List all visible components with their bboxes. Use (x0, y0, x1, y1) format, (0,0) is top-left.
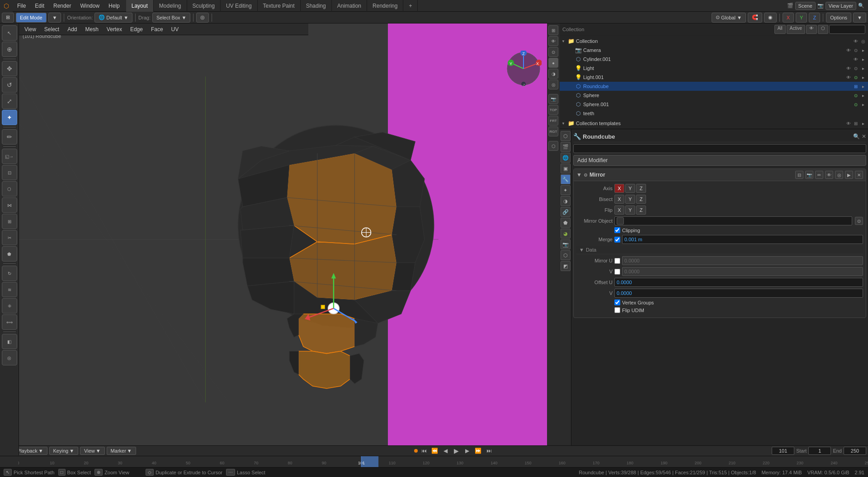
spin-tool-btn[interactable]: ↻ (2, 266, 17, 281)
rotate-tool-btn[interactable]: ↺ (2, 77, 17, 93)
viewport-shading-material[interactable]: ◑ (548, 69, 558, 79)
scene-selector[interactable]: Scene (795, 2, 816, 10)
menu-render[interactable]: Render (49, 0, 75, 12)
modifier-apply-icon[interactable]: ▶ (845, 171, 853, 179)
end-frame-input[interactable]: 250 (844, 447, 866, 455)
workspace-add[interactable]: + (403, 0, 418, 12)
workspace-modeling[interactable]: Modeling (154, 0, 187, 12)
right-view-btn[interactable]: RGT (548, 126, 558, 136)
3d-viewport[interactable]: User Perspective (101) Roundcube ⊞ 👁 ⊙ ●… (19, 23, 560, 455)
tree-item-templatefront[interactable]: ▼ 📄 templatefront (560, 128, 868, 129)
timeline-ruler[interactable]: 0 10 20 30 40 50 60 70 80 90 101 110 120… (0, 456, 868, 467)
front-view-btn[interactable]: FRT (548, 116, 558, 126)
flip-x-btn[interactable]: X (614, 206, 624, 215)
workspace-uv-editing[interactable]: UV Editing (221, 0, 258, 12)
proportional-editing-btn[interactable]: ◎ (196, 13, 209, 23)
constraints-tab[interactable]: 🔗 (561, 207, 571, 217)
cursor-tool-btn[interactable]: ⊕ (2, 42, 17, 57)
step-back-btn[interactable]: ◀ (441, 446, 450, 455)
tree-item-light001[interactable]: 💡 Light.001 👁 ⊙ ▸ (560, 73, 868, 82)
step-forward-btn[interactable]: ▶ (463, 446, 472, 455)
modifier-filter-icon[interactable]: ⊟ (795, 171, 803, 179)
camera-eye-btn[interactable]: 👁 (845, 48, 852, 53)
menu-edit[interactable]: Edit (30, 0, 49, 12)
tree-item-collection[interactable]: ▼ 📁 Collection 👁 ◎ (560, 37, 868, 46)
modifier-close-icon[interactable]: ✕ (855, 171, 863, 179)
bisect-x-btn[interactable]: X (614, 195, 624, 204)
physics-tab[interactable]: ◑ (561, 196, 571, 206)
xyz-toggle-y[interactable]: Y (796, 13, 807, 23)
menu-file[interactable]: File (13, 0, 30, 12)
light-render-btn[interactable]: ⊙ (853, 66, 859, 71)
templates-extra-btn[interactable]: ▸ (860, 121, 866, 126)
viewport-display-btn[interactable]: ⊞ (548, 25, 558, 35)
render-tab[interactable]: 📷 (561, 239, 571, 249)
modifier-edit-icon[interactable]: ✏ (815, 171, 823, 179)
scale-tool-btn[interactable]: ⤢ (2, 94, 17, 109)
light001-render-btn[interactable]: ▸ (860, 75, 866, 80)
axis-x-btn[interactable]: X (614, 184, 624, 193)
edge-slide-btn[interactable]: ⟺ (2, 314, 17, 330)
poly-build-btn[interactable]: ⬟ (2, 246, 17, 262)
play-btn[interactable]: ▶ (452, 446, 461, 455)
object-data-tab[interactable]: ⬟ (561, 218, 571, 228)
select-tool-btn[interactable]: ↖ (2, 25, 17, 41)
tree-item-teeth[interactable]: ⬡ teeth (560, 109, 868, 118)
mesh-add-menu[interactable]: Add (64, 24, 80, 34)
offset-v-input[interactable]: 0.0000 (614, 289, 863, 298)
prev-keyframe-btn[interactable]: ⏪ (430, 446, 439, 455)
props-search-icon[interactable]: 🔍 (853, 133, 860, 140)
sphere-render-btn[interactable]: ▸ (860, 93, 866, 98)
mesh-uv-menu[interactable]: UV (168, 24, 183, 34)
data-section-header[interactable]: ▼ Data (576, 246, 863, 254)
mesh-mesh-menu[interactable]: Mesh (82, 24, 102, 34)
annotate-tool-btn[interactable]: ✏ (2, 129, 17, 145)
templates-render-btn[interactable]: ⊞ (853, 121, 859, 126)
transform-tool-btn[interactable]: ✦ (2, 110, 17, 125)
inset-tool-btn[interactable]: ⊡ (2, 165, 17, 180)
mirror-obj-picker-icon[interactable]: ⊙ (855, 217, 863, 225)
snapping-btn[interactable]: 🧲 (748, 13, 762, 23)
search-icon[interactable]: 🔍 (858, 3, 864, 9)
bisect-y-btn[interactable]: Y (625, 195, 635, 204)
material-tab[interactable]: ◕ (561, 229, 571, 238)
mirror-u-value[interactable]: 0.0000 (622, 256, 863, 265)
flip-udim-checkbox[interactable] (614, 307, 620, 313)
bisect-z-btn[interactable]: Z (636, 195, 646, 204)
tree-item-light[interactable]: 💡 Light 👁 ⊙ ▸ (560, 64, 868, 73)
tree-item-camera[interactable]: 📷 Camera 👁 ⊙ ▸ (560, 46, 868, 55)
v-value[interactable]: 0.0000 (622, 267, 863, 276)
workspace-layout[interactable]: Layout (126, 0, 154, 12)
world-tab[interactable]: 🌐 (561, 153, 571, 163)
add-modifier-btn[interactable]: Add Modifier (573, 155, 866, 166)
randomize-btn[interactable]: ⁜ (2, 298, 17, 313)
roundcube-eye-btn[interactable]: ⊞ (853, 84, 859, 89)
mesh-vertex-menu[interactable]: Vertex (103, 24, 126, 34)
modifier-view-icon[interactable]: 👁 (825, 171, 833, 179)
props-object-name[interactable]: Roundcube (583, 133, 615, 140)
collection-eye-btn[interactable]: 👁 (853, 39, 859, 44)
modifiers-tab active[interactable]: 🔧 (561, 174, 571, 184)
top-view-btn[interactable]: TOP (548, 105, 558, 115)
light001-extra-btn[interactable]: ⊙ (853, 75, 859, 80)
v-checkbox[interactable] (614, 269, 620, 275)
extrude-tool-btn[interactable]: ◱→ (2, 149, 17, 164)
tree-item-cylinder[interactable]: ⬡ Cylinder.001 👁 ▸ (560, 55, 868, 64)
camera-render-btn[interactable]: ⊙ (853, 48, 859, 53)
select-box-btn[interactable]: Select Box ▼ (152, 13, 190, 23)
mesh-edge-menu[interactable]: Edge (127, 24, 146, 34)
show-overlays-btn[interactable]: 👁 (548, 36, 558, 46)
marker-btn[interactable]: Marker ▼ (107, 447, 136, 455)
xyz-toggle-z[interactable]: Z (809, 13, 820, 23)
mode-dropdown[interactable]: ▼ (48, 13, 61, 23)
xyz-toggle-x[interactable]: X (783, 13, 794, 23)
filter-extra-btn[interactable]: ⬡ (818, 25, 828, 34)
merge-checkbox[interactable] (614, 237, 620, 243)
modifier-camera-icon[interactable]: 📷 (805, 171, 813, 179)
jump-start-btn[interactable]: ⏮ (420, 446, 429, 455)
move-tool-btn[interactable]: ✥ (2, 61, 17, 76)
object-tab[interactable]: ▣ (561, 164, 571, 173)
menu-window[interactable]: Window (75, 0, 104, 12)
view-btn[interactable]: View ▼ (80, 447, 105, 455)
collections-btn[interactable]: ⬡ (548, 141, 558, 151)
